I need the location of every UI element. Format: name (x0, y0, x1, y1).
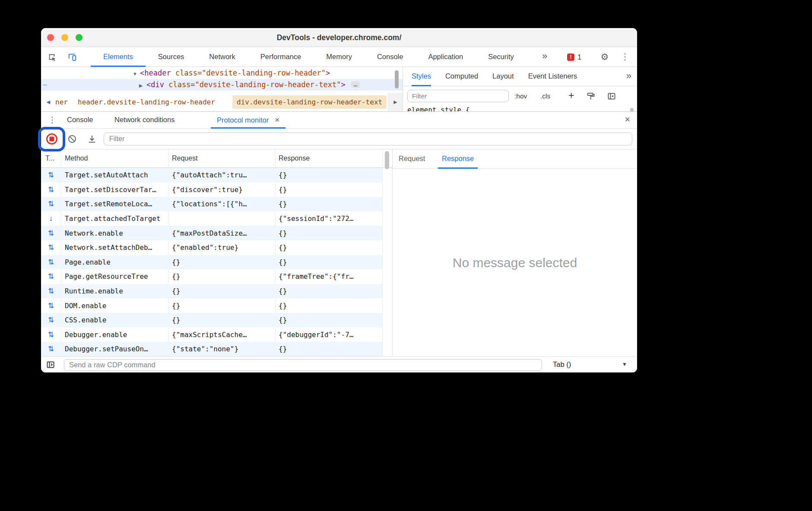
request-cell: {} (168, 258, 275, 266)
tab-styles[interactable]: Styles (412, 67, 431, 86)
tab-network-conditions[interactable]: Network conditions (114, 112, 174, 129)
table-row[interactable]: ⇅ Target.setDiscoverTar… {"discover":tru… (41, 183, 382, 197)
dom-tree: ▼<header class="devsite-landing-row-head… (41, 67, 403, 93)
drawer-tab-strip: ⋮ Console Network conditions Protocol mo… (41, 112, 637, 129)
save-download-icon[interactable] (87, 134, 97, 144)
tab-network[interactable]: Network (197, 47, 248, 67)
direction-cell: ⇅ (41, 272, 61, 281)
element-classes-button[interactable]: .cls (540, 86, 550, 106)
traffic-lights (47, 34, 82, 41)
more-sidebar-tabs-icon[interactable]: » (626, 67, 631, 85)
empty-state-message: No message selected (393, 169, 637, 356)
request-cell: {} (168, 287, 275, 295)
tab-drawer-console[interactable]: Console (67, 112, 93, 129)
direction-icon: ⇅ (48, 186, 54, 194)
settings-gear-icon[interactable]: ⚙ (599, 47, 610, 66)
column-header-response[interactable]: Response (279, 149, 310, 167)
main-tab-strip: Elements Sources Network Performance Mem… (91, 47, 527, 67)
expand-closed-icon[interactable]: ▶ (139, 80, 146, 91)
main-menu-kebab-icon[interactable]: ⋮ (621, 47, 629, 66)
dom-node-selected[interactable]: ▶<div class="devsite-landing-row-header-… (41, 79, 403, 91)
paint-roller-icon[interactable] (586, 91, 596, 101)
tag-token: <div (146, 80, 164, 89)
tab-computed[interactable]: Computed (445, 67, 478, 86)
table-row[interactable]: ↓ Target.attachedToTarget {"sessionId":"… (41, 211, 382, 226)
toggle-editor-icon[interactable] (46, 360, 55, 369)
column-header-request[interactable]: Request (172, 149, 198, 167)
response-cell: {} (275, 316, 382, 324)
direction-cell: ⇅ (41, 287, 61, 296)
annotation-highlight (38, 127, 65, 151)
tab-memory[interactable]: Memory (314, 47, 365, 67)
table-row[interactable]: ⇅ Network.enable {"maxPostDataSize… {} (41, 226, 382, 240)
close-tab-icon[interactable]: × (275, 115, 279, 124)
direction-icon: ⇅ (48, 287, 54, 295)
tab-console[interactable]: Console (365, 47, 416, 67)
breadcrumb-item-clipped[interactable]: ner (55, 93, 68, 111)
clear-icon[interactable] (67, 134, 77, 144)
gutter-menu-icon[interactable]: ⋯ (43, 79, 47, 91)
table-row[interactable]: ⇅ Target.setRemoteLoca… {"locations":[{"… (41, 197, 382, 211)
device-toolbar-icon[interactable] (65, 50, 79, 64)
table-row[interactable]: ⇅ Target.setAutoAttach {"autoAttach":tru… (41, 168, 382, 183)
breadcrumb-item-header[interactable]: header.devsite-landing-row-header (78, 93, 215, 111)
tab-elements[interactable]: Elements (91, 47, 146, 67)
breadcrumb-scroll-right-icon[interactable]: ▶ (388, 93, 403, 111)
tab-security[interactable]: Security (476, 47, 527, 67)
cdp-command-input[interactable] (64, 359, 542, 371)
expand-open-icon[interactable]: ▼ (133, 68, 140, 80)
zoom-window-button[interactable] (76, 34, 82, 41)
pseudo-state-button[interactable]: :hov (514, 86, 527, 106)
table-row[interactable]: ⇅ Runtime.enable {} {} (41, 284, 382, 299)
error-badge[interactable]: ! 1 (567, 47, 581, 67)
dom-node-header[interactable]: ▼<header class="devsite-landing-row-head… (41, 67, 403, 79)
direction-cell: ⇅ (41, 185, 61, 194)
minimize-window-button[interactable] (61, 34, 68, 41)
new-style-rule-button[interactable]: + (568, 86, 574, 106)
inspect-element-icon[interactable] (45, 50, 59, 64)
cdp-command-bar: Tab () ▼ (41, 356, 637, 372)
table-row[interactable]: ⇅ Debugger.setPauseOn… {"state":"none"} … (41, 342, 382, 356)
response-cell: {} (275, 229, 382, 237)
table-header: T... Method Request Response (41, 149, 392, 168)
table-row[interactable]: ⇅ DOM.enable {} {} (41, 298, 382, 313)
close-window-button[interactable] (47, 34, 54, 41)
table-row[interactable]: ⇅ Page.getResourceTree {} {"frameTree":{… (41, 269, 382, 284)
column-header-type[interactable]: T... (45, 149, 54, 167)
styles-filter-input[interactable] (407, 90, 509, 102)
scrollbar-thumb[interactable] (385, 151, 389, 169)
direction-cell: ⇅ (41, 258, 61, 267)
tab-layout[interactable]: Layout (492, 67, 514, 86)
inline-ellipsis-button[interactable]: … (351, 81, 360, 88)
table-row[interactable]: ⇅ Network.setAttachDeb… {"enabled":true}… (41, 240, 382, 255)
tab-protocol-monitor[interactable]: Protocol monitor× (211, 112, 285, 129)
tab-request[interactable]: Request (399, 149, 425, 169)
scrollbar-thumb[interactable] (395, 70, 399, 88)
breadcrumb-item-selected[interactable]: div.devsite-landing-row-header-text (232, 95, 387, 109)
target-selector[interactable]: Tab () (553, 356, 571, 372)
close-drawer-icon[interactable]: × (625, 112, 630, 127)
detail-tab-strip: Request Response (393, 149, 637, 169)
direction-icon: ⇅ (48, 302, 54, 310)
tab-event-listeners[interactable]: Event Listeners (528, 67, 577, 86)
tab-response[interactable]: Response (438, 149, 478, 169)
protocol-table-body: ⇅ Target.setAutoAttach {"autoAttach":tru… (41, 168, 382, 356)
protocol-filter-input[interactable] (104, 132, 632, 145)
table-row[interactable]: ⇅ Page.enable {} {} (41, 255, 382, 270)
tab-sources[interactable]: Sources (146, 47, 197, 67)
tab-performance[interactable]: Performance (248, 47, 314, 67)
scrollbar-thumb[interactable] (630, 108, 634, 111)
tab-application[interactable]: Application (416, 47, 476, 67)
table-row[interactable]: ⇅ Debugger.enable {"maxScriptsCache… {"d… (41, 328, 382, 342)
table-row[interactable]: ⇅ CSS.enable {} {} (41, 313, 382, 328)
column-header-method[interactable]: Method (65, 149, 88, 167)
elements-panel: ▼<header class="devsite-landing-row-head… (41, 67, 403, 111)
more-tabs-icon[interactable]: » (538, 47, 552, 65)
toggle-sidebar-icon[interactable] (607, 91, 616, 101)
tag-token: <header (140, 69, 171, 77)
drawer-menu-kebab-icon[interactable]: ⋮ (48, 112, 57, 128)
breadcrumb-scroll-left-icon[interactable]: ◀ (44, 93, 53, 111)
table-scrollbar[interactable] (382, 149, 392, 356)
dropdown-chevron-icon[interactable]: ▼ (622, 356, 627, 372)
attr-name-token: class= (171, 69, 202, 77)
